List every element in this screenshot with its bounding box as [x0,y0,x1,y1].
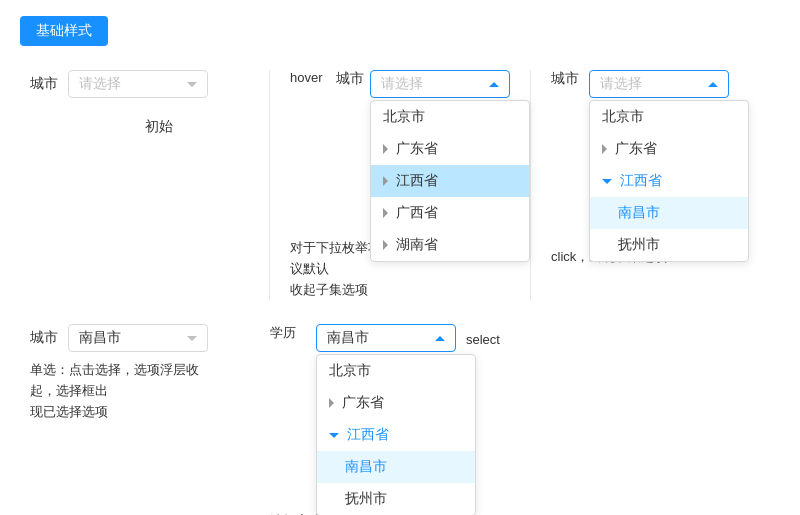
section-click: 城市 请选择 北京市 广东省 江西省 [541,70,780,300]
city-label-2: 城市 [336,70,364,88]
dropdown-item-nanchang-3[interactable]: 南昌市 [590,197,748,229]
dropdown-item-hunan-2[interactable]: 湖南省 [371,229,529,261]
dropdown-item-nanchang-s[interactable]: 南昌市 [317,451,475,483]
selected-caption: 单选：点击选择，选项浮层收起，选择框出现已选择选项 [30,360,210,422]
edu-select[interactable]: 南昌市 [316,324,456,352]
item-text: 广东省 [615,140,657,158]
dropdown-item-beijing-2[interactable]: 北京市 [371,101,529,133]
city-label-4: 城市 [30,329,58,347]
item-text: 抚州市 [345,490,387,508]
section-initial: 城市 请选择 初始 [20,70,259,300]
city-select-3[interactable]: 请选择 [589,70,729,98]
tri-down-icon [329,433,339,438]
dropdown-item-jiangxi-s[interactable]: 江西省 [317,419,475,451]
arrow-up-icon-3 [708,82,718,87]
dropdown-item-jiangxi-3[interactable]: 江西省 [590,165,748,197]
dropdown-item-guangdong-2[interactable]: 广东省 [371,133,529,165]
section-select-dropdown: 学历 南昌市 北京市 广东省 江西省 [260,324,780,515]
divider-2 [530,70,531,300]
dropdown-item-jiangxi-2[interactable]: 江西省 [371,165,529,197]
city-select-4[interactable]: 南昌市 [68,324,208,352]
edu-value: 南昌市 [327,329,369,347]
initial-caption: 初始 [30,118,249,136]
item-text: 北京市 [383,108,425,126]
city-select-1[interactable]: 请选择 [68,70,208,98]
dropdown-item-fuzhou-s[interactable]: 抚州市 [317,483,475,515]
item-text: 抚州市 [618,236,660,254]
arrow-down-icon-1 [187,82,197,87]
dropdown-2: 北京市 广东省 江西省 广西省 [370,100,530,262]
arrow-down-icon-4 [187,336,197,341]
city-placeholder-3: 请选择 [600,75,642,93]
tri-right-icon [383,208,388,218]
city-label-3: 城市 [551,70,579,88]
tri-right-icon [383,240,388,250]
select-instruction-label: select [466,324,506,356]
dropdown-item-guangdong-3[interactable]: 广东省 [590,133,748,165]
city-placeholder-2: 请选择 [381,75,423,93]
tri-down-icon [602,179,612,184]
item-text: 江西省 [347,426,389,444]
item-text: 南昌市 [618,204,660,222]
arrow-up-icon-5 [435,336,445,341]
arrow-up-icon-2 [489,82,499,87]
tri-right-icon [383,176,388,186]
item-text: 江西省 [620,172,662,190]
dropdown-item-fuzhou-3[interactable]: 抚州市 [590,229,748,261]
divider-1 [269,70,270,300]
tri-right-icon [602,144,607,154]
dropdown-item-beijing-s[interactable]: 北京市 [317,355,475,387]
item-text: 湖南省 [396,236,438,254]
item-text: 广东省 [342,394,384,412]
city-select-2[interactable]: 请选择 [370,70,510,98]
dropdown-item-beijing-3[interactable]: 北京市 [590,101,748,133]
item-text: 广西省 [396,204,438,222]
dropdown-item-guangxi-2[interactable]: 广西省 [371,197,529,229]
tri-right-icon [329,398,334,408]
dropdown-item-guangdong-s[interactable]: 广东省 [317,387,475,419]
section-selected: 城市 南昌市 单选：点击选择，选项浮层收起，选择框出现已选择选项 [20,324,260,515]
city-placeholder-1: 请选择 [79,75,121,93]
hover-label: hover [290,70,326,85]
select-label: 学历 [270,324,310,342]
dropdown-select: 北京市 广东省 江西省 南昌市 抚州市 [316,354,476,515]
item-text: 广东省 [396,140,438,158]
item-text: 北京市 [602,108,644,126]
city-value-4: 南昌市 [79,329,121,347]
city-label-1: 城市 [30,75,58,93]
dropdown-3: 北京市 广东省 江西省 南昌市 抚州市 [589,100,749,262]
item-text: 江西省 [396,172,438,190]
top-button[interactable]: 基础样式 [20,16,108,46]
tri-right-icon [383,144,388,154]
section-hover: hover 城市 请选择 北京市 广东省 江 [280,70,520,300]
item-text: 北京市 [329,362,371,380]
item-text: 南昌市 [345,458,387,476]
